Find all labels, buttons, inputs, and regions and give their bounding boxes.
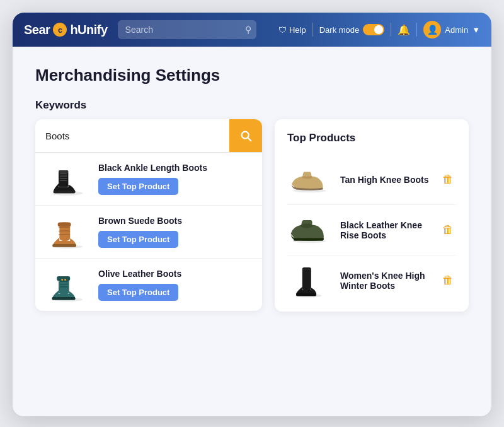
product-name-1: Black Ankle Length Boots	[98, 163, 252, 173]
top-product-item: Tan High Knee Boots 🗑	[287, 155, 456, 205]
page-title: Merchandising Settings	[35, 66, 469, 85]
keyword-search-bar	[35, 119, 262, 153]
list-item: Brown Suede Boots Set Top Product	[35, 206, 262, 259]
product-name-2: Brown Suede Boots	[98, 216, 252, 226]
top-product-image-3	[287, 263, 331, 298]
set-top-product-button-3[interactable]: Set Top Product	[98, 284, 178, 301]
product-image-2	[45, 214, 89, 249]
product-info-3: Olive Leather Boots Set Top Product	[98, 269, 252, 301]
svg-rect-10	[58, 222, 71, 226]
product-info-1: Black Ankle Length Boots Set Top Product	[98, 163, 252, 195]
nav-right: 🛡 Help Dark mode 🔔 👤 Admin ▼	[278, 21, 480, 38]
help-icon: 🛡	[278, 25, 287, 35]
page-content: Merchandising Settings Keywords	[13, 47, 491, 416]
product-image-3	[45, 267, 89, 302]
svg-rect-2	[59, 170, 68, 173]
search-icon: ⚲	[245, 25, 251, 35]
svg-rect-7	[54, 190, 76, 193]
global-search-input[interactable]	[118, 20, 256, 39]
logo-circle: c	[53, 23, 67, 37]
delete-icon-1[interactable]: 🗑	[440, 172, 456, 187]
product-list: Black Ankle Length Boots Set Top Product	[35, 153, 262, 311]
delete-icon-2[interactable]: 🗑	[440, 222, 456, 238]
svg-rect-11	[52, 243, 76, 247]
set-top-product-button-2[interactable]: Set Top Product	[98, 231, 178, 248]
svg-rect-28	[296, 293, 316, 296]
help-button[interactable]: 🛡 Help	[278, 25, 306, 35]
main-columns: Black Ankle Length Boots Set Top Product	[35, 119, 469, 312]
left-panel: Black Ankle Length Boots Set Top Product	[35, 119, 262, 311]
logo: SearchUnify	[24, 23, 108, 37]
svg-point-24	[301, 223, 313, 228]
product-name-3: Olive Leather Boots	[98, 269, 252, 279]
top-product-item: Women's Knee High Winter Boots 🗑	[287, 255, 456, 305]
navbar: SearchUnify ⚲ 🛡 Help Dark mode 🔔 👤	[13, 13, 491, 47]
delete-icon-3[interactable]: 🗑	[440, 272, 456, 288]
app-window: SearchUnify ⚲ 🛡 Help Dark mode 🔔 👤	[13, 13, 491, 416]
list-item: Black Ankle Length Boots Set Top Product	[35, 153, 262, 206]
global-search: ⚲	[118, 20, 256, 39]
nav-divider-1	[312, 23, 313, 37]
search-icon	[239, 129, 253, 143]
avatar-icon: 👤	[427, 25, 438, 35]
top-product-name-1: Tan High Knee Boots	[340, 175, 431, 185]
dark-mode-toggle[interactable]: Dark mode	[319, 24, 385, 35]
list-item: Olive Leather Boots Set Top Product	[35, 259, 262, 311]
avatar: 👤	[423, 21, 441, 38]
logo-text-1: Sear	[24, 23, 50, 37]
logo-text-2: hUnify	[70, 23, 107, 37]
right-panel: Top Products Tan High Knee Boots	[275, 119, 469, 312]
product-image-1	[45, 161, 89, 196]
set-top-product-button-1[interactable]: Set Top Product	[98, 178, 178, 195]
admin-label: Admin	[445, 25, 468, 35]
bell-icon[interactable]: 🔔	[398, 24, 410, 36]
top-products-title: Top Products	[287, 132, 456, 144]
help-label: Help	[289, 25, 306, 35]
avatar-area[interactable]: 👤 Admin ▼	[423, 21, 480, 38]
chevron-down-icon: ▼	[472, 25, 480, 35]
svg-rect-25	[294, 238, 324, 240]
top-product-image-2	[287, 213, 331, 247]
top-product-name-3: Women's Knee High Winter Boots	[340, 271, 431, 291]
top-product-name-2: Black Leather Knee Rise Boots	[340, 220, 431, 240]
dark-mode-label: Dark mode	[319, 25, 360, 35]
keyword-search-button[interactable]	[229, 119, 262, 152]
nav-divider-3	[416, 23, 417, 37]
keyword-input[interactable]	[35, 122, 229, 150]
product-info-2: Brown Suede Boots Set Top Product	[98, 216, 252, 248]
svg-rect-27	[302, 267, 311, 290]
dark-mode-pill[interactable]	[363, 24, 384, 35]
svg-rect-14	[57, 276, 70, 281]
keywords-label: Keywords	[35, 99, 469, 112]
nav-divider-2	[391, 23, 391, 37]
svg-rect-15	[52, 296, 76, 300]
svg-point-19	[61, 279, 63, 281]
top-product-item: Black Leather Knee Rise Boots 🗑	[287, 205, 456, 255]
top-product-image-1	[287, 162, 331, 197]
svg-point-20	[64, 279, 66, 281]
